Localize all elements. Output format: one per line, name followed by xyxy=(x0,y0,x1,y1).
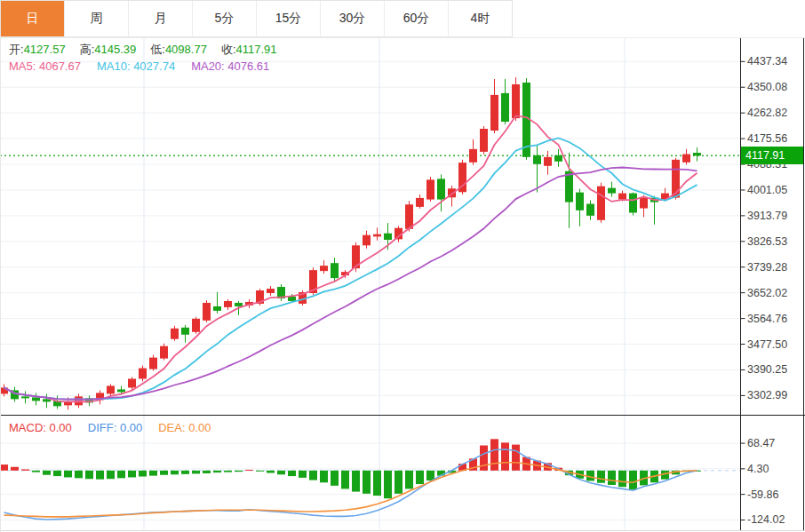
quote-row: 开:4127.57高:4145.39低:4098.77收:4117.91 xyxy=(9,42,291,58)
low-value: 4098.77 xyxy=(165,43,207,56)
macd-legend-item: DEA: 0.00 xyxy=(158,421,211,434)
y-axis-label: -124.02 xyxy=(747,513,785,526)
y-axis-label: 4.30 xyxy=(747,463,769,475)
tab-day[interactable]: 日 xyxy=(1,1,65,36)
y-axis-label: 3913.79 xyxy=(747,210,787,222)
y-axis-label: -59.86 xyxy=(747,488,778,501)
macd-legend-item: MACD: 0.00 xyxy=(9,421,72,434)
ma-legend: MA5: 4067.67MA10: 4027.74MA20: 4076.61 xyxy=(9,60,285,73)
close-value: 4117.91 xyxy=(236,43,277,56)
y-axis-label: 4001.05 xyxy=(747,184,787,196)
low-label: 低: xyxy=(150,43,165,56)
tab-month[interactable]: 月 xyxy=(129,1,193,36)
axis-frame xyxy=(0,38,805,531)
tab-5min[interactable]: 5分 xyxy=(193,1,257,36)
ma-legend-item: MA5: 4067.67 xyxy=(9,60,81,73)
y-axis-label: 3652.02 xyxy=(747,287,787,299)
high-value: 4145.39 xyxy=(94,43,136,56)
tabbar-bottom-border xyxy=(0,37,805,38)
y-axis-label: 3564.76 xyxy=(747,313,787,325)
current-price-badge: 4117.91 xyxy=(741,147,803,164)
y-axis-label: 4437.34 xyxy=(747,55,787,67)
macd-legend: MACD: 0.00DIFF: 0.00DEA: 0.00 xyxy=(9,421,227,434)
y-axis-label: 3739.28 xyxy=(747,261,787,274)
gridlines xyxy=(0,38,740,530)
tab-60min[interactable]: 60分 xyxy=(385,1,449,36)
tab-30min[interactable]: 30分 xyxy=(321,1,385,36)
y-axis-label: 3477.50 xyxy=(747,338,787,351)
y-axis-label: 68.47 xyxy=(747,437,775,449)
y-axis-label: 4175.56 xyxy=(747,132,787,145)
open-value: 4127.57 xyxy=(24,43,66,56)
y-axis-label: 3826.53 xyxy=(747,235,787,248)
y-axis-label: 4350.08 xyxy=(747,81,787,93)
kline-chart[interactable] xyxy=(0,0,805,532)
y-axis-label: 4262.82 xyxy=(747,107,787,119)
high-label: 高: xyxy=(80,43,95,56)
tab-bar: 日周月5分15分30分60分4时 xyxy=(0,0,513,37)
tab-week[interactable]: 周 xyxy=(65,1,129,36)
open-label: 开: xyxy=(9,43,24,56)
macd-legend-item: DIFF: 0.00 xyxy=(88,421,142,434)
ma-lines xyxy=(4,115,697,401)
tab-15min[interactable]: 15分 xyxy=(257,1,321,36)
ma-legend-item: MA10: 4027.74 xyxy=(97,60,175,73)
close-label: 收: xyxy=(221,43,236,56)
candles xyxy=(0,77,701,409)
y-axis-label: 3302.99 xyxy=(747,389,787,401)
ma10-line xyxy=(4,139,697,400)
widget-left-border xyxy=(0,0,1,532)
tab-4hour[interactable]: 4时 xyxy=(449,1,512,36)
macd-lines xyxy=(4,449,697,520)
y-axis-label: 3390.25 xyxy=(747,363,787,376)
ma-legend-item: MA20: 4076.61 xyxy=(191,60,269,73)
